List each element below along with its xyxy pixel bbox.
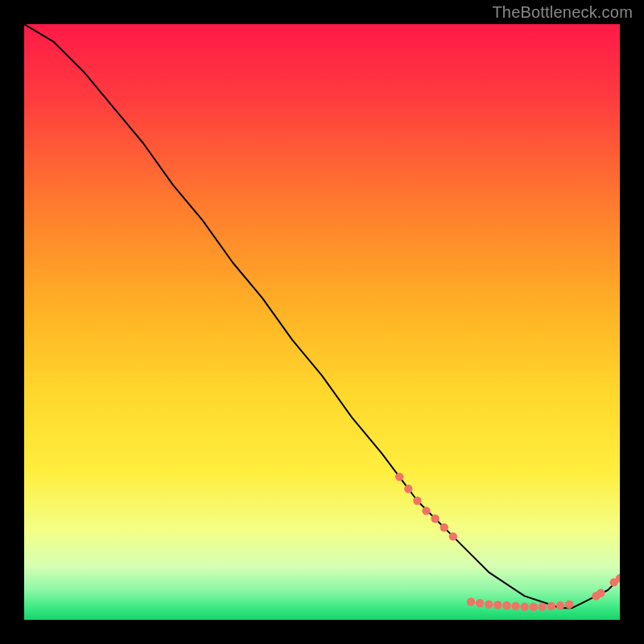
data-marker	[493, 601, 502, 609]
data-marker	[565, 601, 573, 609]
data-marker	[547, 602, 555, 610]
data-marker	[502, 601, 510, 609]
data-marker	[530, 603, 538, 611]
bottleneck-chart	[24, 24, 620, 620]
data-marker	[413, 497, 421, 505]
data-marker	[556, 601, 564, 609]
data-marker	[539, 603, 547, 611]
data-marker	[422, 506, 430, 514]
data-marker	[440, 523, 448, 531]
watermark-text: TheBottleneck.com	[492, 3, 633, 22]
data-marker	[467, 598, 475, 606]
data-marker	[476, 599, 484, 607]
plot-area	[24, 24, 620, 620]
gradient-background	[24, 24, 620, 620]
data-marker	[404, 485, 412, 493]
data-marker	[449, 532, 457, 540]
data-marker	[395, 473, 403, 481]
data-marker	[511, 602, 519, 610]
data-marker	[520, 603, 528, 611]
chart-stage: TheBottleneck.com	[0, 0, 644, 644]
data-marker	[431, 514, 439, 522]
data-marker	[485, 601, 493, 609]
data-marker	[597, 589, 605, 597]
